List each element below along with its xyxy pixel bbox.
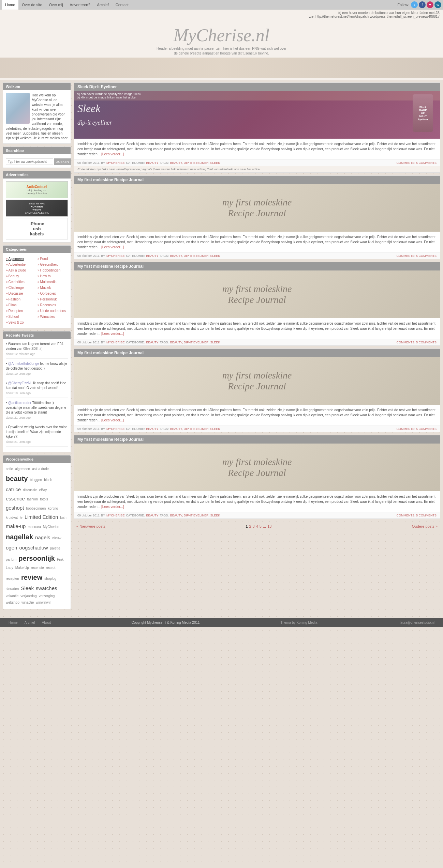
wc-nieuw[interactable]: nieuw <box>52 536 61 540</box>
wc-le[interactable]: le <box>20 516 23 520</box>
cat-celebrities[interactable]: Celebrities <box>6 279 36 285</box>
wc-verzorging[interactable]: verzorging <box>39 594 55 598</box>
wc-recept[interactable]: recept <box>46 566 56 570</box>
wc-ebay[interactable]: eBay <box>39 488 47 492</box>
nav-home[interactable]: Home <box>2 0 18 10</box>
wc-mascara[interactable]: mascara <box>28 525 41 529</box>
cat-school[interactable]: School <box>6 314 36 320</box>
wc-persoonlijk[interactable]: persoonlijk <box>18 555 55 562</box>
wc-beauty[interactable]: beauty <box>6 475 28 482</box>
cat-howto[interactable]: How to <box>38 273 68 279</box>
nav-archief[interactable]: Archief <box>94 0 112 10</box>
article-title-link-1[interactable]: Sleek Dip-It Eyeliner <box>77 84 117 89</box>
page-1[interactable]: 1 <box>246 524 248 528</box>
wc-sleek[interactable]: Sleek <box>21 585 34 591</box>
wc-recensie[interactable]: recensie <box>31 566 44 570</box>
read-more-2[interactable]: [Lees verder...] <box>101 245 124 249</box>
article-tags-2[interactable]: BEAUTY, DIP-IT EYELINER, SLEEK <box>170 254 220 258</box>
nav-contact[interactable]: Contact <box>112 0 132 10</box>
page-5[interactable]: 5 <box>260 524 262 528</box>
wc-make-up[interactable]: Make Up <box>15 566 29 570</box>
wc-ogen[interactable]: ogen <box>6 545 17 551</box>
cat-gezondheid[interactable]: Gezondheid <box>38 262 68 267</box>
wc-bloggen[interactable]: bloggen <box>30 478 42 482</box>
cat-beauty[interactable]: Beauty <box>6 273 36 279</box>
page-2[interactable]: 2 <box>249 524 251 528</box>
article-cat-2[interactable]: BEAUTY <box>146 254 158 258</box>
cat-multimedia[interactable]: Multimedia <box>38 279 68 285</box>
cat-ask-dude[interactable]: Ask a Dude <box>6 267 36 273</box>
article-tags-3[interactable]: BEAUTY, DIP-IT EYELINER, SLEEK <box>170 341 220 344</box>
prev-page[interactable]: « Nieuwere posts <box>76 524 105 528</box>
wc-nagels[interactable]: nagels <box>35 534 50 540</box>
article-cat-4[interactable]: BEAUTY <box>146 427 158 431</box>
wc-sieraden[interactable]: sieraden <box>6 587 19 591</box>
wc-blush[interactable]: blush <box>44 478 52 482</box>
wordpress-icon[interactable]: W <box>434 1 441 8</box>
wc-catrice[interactable]: catrice <box>6 486 21 492</box>
article-cat-5[interactable]: BEAUTY <box>146 514 158 517</box>
article-author-3[interactable]: MYCHERISE <box>106 341 125 344</box>
article-title-link-4[interactable]: My first moleskine Recipe Journal <box>77 351 144 355</box>
wc-korting[interactable]: korting <box>48 507 58 510</box>
wc-discussie[interactable]: discussie <box>23 488 37 492</box>
footer-about[interactable]: About <box>42 621 51 624</box>
cat-seks[interactable]: Seks & zo <box>6 320 36 325</box>
ad-2[interactable]: Shop tot 70% KORTING welove SAMPLESALES.… <box>6 200 68 217</box>
cat-algemeen[interactable]: Algemeen <box>6 256 36 262</box>
footer-contact-email[interactable]: laura@cherisestudio.nl <box>400 621 434 624</box>
search-button[interactable]: ZOEKEN <box>54 158 71 165</box>
article-title-link-5[interactable]: My first moleskine Recipe Journal <box>77 437 144 442</box>
wc-kruidvat[interactable]: kruidvat <box>6 516 18 520</box>
ad-1[interactable]: ActieCode.nl altijd korting op beauty & … <box>6 181 68 198</box>
cat-persoonlijk[interactable]: Persoonlijk <box>38 296 68 302</box>
nav-over-mij[interactable]: Over mij <box>46 0 67 10</box>
wc-shoplog[interactable]: shoplog <box>44 577 56 580</box>
twitter-icon[interactable]: t <box>411 1 418 8</box>
cat-muziek[interactable]: Muziek <box>38 285 68 291</box>
footer-home[interactable]: Home <box>9 621 18 624</box>
wc-review[interactable]: review <box>21 574 42 581</box>
wc-fashion[interactable]: fashion <box>27 497 38 501</box>
wc-swatches[interactable]: swatches <box>36 585 57 591</box>
page-3[interactable]: 3 <box>253 524 255 528</box>
footer-archief[interactable]: Archief <box>25 621 35 624</box>
wc-winactie[interactable]: winactie <box>21 601 34 604</box>
article-comments-3[interactable]: COMMENTS: 5 COMMENTS <box>396 341 437 344</box>
wc-recepten-wc[interactable]: recepten <box>6 577 19 580</box>
article-cat-3[interactable]: BEAUTY <box>146 341 158 344</box>
next-page[interactable]: Oudere posts » <box>412 524 438 528</box>
heart-icon[interactable]: ♥ <box>427 1 433 8</box>
cat-fashion[interactable]: Fashion <box>6 296 36 302</box>
wc-lush[interactable]: lush <box>60 516 66 520</box>
article-title-link-3[interactable]: My first moleskine Recipe Journal <box>77 264 144 269</box>
article-author-2[interactable]: MYCHERISE <box>106 254 125 258</box>
wc-actie[interactable]: actie <box>6 467 13 471</box>
wc-nagellak[interactable]: nagellak <box>6 533 33 541</box>
wc-algemeen[interactable]: algemeen <box>15 467 30 471</box>
cat-recensies[interactable]: Recensies <box>38 302 68 308</box>
wc-winwinwin[interactable]: winwinwin <box>36 601 51 604</box>
page-4[interactable]: 4 <box>256 524 258 528</box>
wc-verjaardag[interactable]: verjaardag <box>20 594 36 598</box>
wc-ask-dude[interactable]: ask a dude <box>32 467 49 471</box>
article-tags-4[interactable]: BEAUTY, DIP-IT EYELINER, SLEEK <box>170 427 220 431</box>
article-author-5[interactable]: MYCHERISE <box>106 514 125 517</box>
search-input[interactable] <box>6 158 53 165</box>
ad-iphone[interactable]: iPhoneusbkabels <box>6 218 68 239</box>
article-cat-1[interactable]: BEAUTY <box>146 161 158 165</box>
footer-theme-link[interactable]: Thema by Koning Media <box>280 621 317 624</box>
nav-over-site[interactable]: Over de site <box>18 0 45 10</box>
cat-discussie[interactable]: Discussie <box>6 291 36 296</box>
cat-food[interactable]: Food <box>38 256 68 262</box>
cat-hobbedingen[interactable]: Hobbedingen <box>38 267 68 273</box>
read-more-1[interactable]: [Lees verder...] <box>101 152 124 156</box>
wc-fotos[interactable]: foto's <box>40 497 48 501</box>
article-title-link-2[interactable]: My first moleskine Recipe Journal <box>77 177 144 182</box>
wc-essence[interactable]: essence <box>6 496 25 501</box>
article-tags-1[interactable]: BEAUTY, DIP-IT EYELINER, SLEEK <box>170 161 220 165</box>
wc-palette[interactable]: palette <box>50 546 60 550</box>
cat-films[interactable]: Films <box>6 302 36 308</box>
wc-parfum[interactable]: parfum <box>6 558 16 561</box>
article-comments-2[interactable]: COMMENTS: 5 COMMENTS <box>396 254 437 258</box>
